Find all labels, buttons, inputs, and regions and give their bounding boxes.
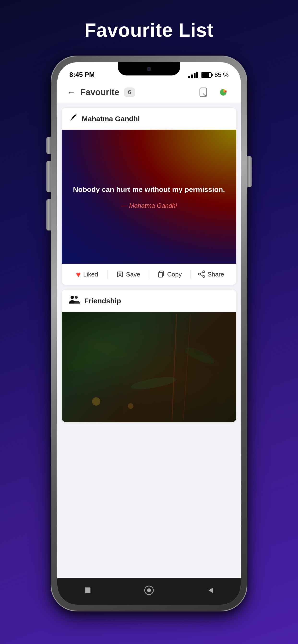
signal-bar-3 xyxy=(194,73,196,78)
battery-percent: 85 % xyxy=(215,71,229,78)
save-icon xyxy=(116,270,123,279)
svg-point-19 xyxy=(128,403,133,409)
copy-label: Copy xyxy=(167,271,182,278)
people-svg xyxy=(68,295,80,304)
save-button[interactable]: Save xyxy=(108,270,149,279)
triangle-icon xyxy=(206,586,215,595)
quote-overlay: Nobody can hurt me without my permission… xyxy=(62,130,236,264)
feather-svg xyxy=(68,113,77,122)
signal-bars xyxy=(188,72,198,78)
home-indicator-button[interactable] xyxy=(143,584,155,596)
heart-icon: ♥ xyxy=(76,270,81,279)
svg-point-14 xyxy=(130,375,177,392)
status-right: 85 % xyxy=(188,71,229,78)
nature-svg xyxy=(62,312,236,422)
square-icon xyxy=(83,586,92,595)
phone-tap-icon xyxy=(199,87,209,98)
battery-icon xyxy=(201,72,212,78)
feather-icon xyxy=(68,113,77,124)
svg-line-16 xyxy=(172,314,177,420)
svg-point-22 xyxy=(147,588,151,592)
back-button-nav[interactable] xyxy=(206,586,215,595)
svg-point-18 xyxy=(92,397,100,406)
phone-screen: 8:45 PM 85 % ← Favourite 6 xyxy=(57,62,241,605)
chart-icon-button[interactable] xyxy=(216,84,231,100)
svg-rect-4 xyxy=(159,272,163,277)
circle-icon xyxy=(143,584,155,596)
liked-button[interactable]: ♥ Liked xyxy=(66,270,107,279)
nav-title: Favourite xyxy=(80,87,119,97)
copy-button[interactable]: Copy xyxy=(149,270,190,279)
share-button[interactable]: Share xyxy=(191,270,232,279)
signal-bar-4 xyxy=(196,72,198,78)
card-header-friendship: Friendship xyxy=(62,290,236,312)
signal-bar-1 xyxy=(188,76,190,78)
share-label: Share xyxy=(208,271,224,278)
bottom-nav xyxy=(57,578,241,605)
quote-image-gandhi: Nobody can hurt me without my permission… xyxy=(62,130,236,264)
svg-rect-20 xyxy=(85,588,90,593)
quote-card-friendship: Friendship xyxy=(62,290,236,422)
svg-point-6 xyxy=(198,273,200,275)
share-icon xyxy=(198,270,205,279)
nav-icons xyxy=(197,84,231,100)
liked-label: Liked xyxy=(83,271,98,278)
phone-frame: 8:45 PM 85 % ← Favourite 6 xyxy=(51,56,247,612)
card-header-gandhi: Mahatma Gandhi xyxy=(62,108,236,130)
quote-attribution: — Mahatma Gandhi xyxy=(121,202,177,210)
svg-point-11 xyxy=(75,296,78,299)
author-gandhi: Mahatma Gandhi xyxy=(82,115,140,123)
action-bar-gandhi: ♥ Liked Save xyxy=(62,264,236,285)
back-button[interactable]: ← xyxy=(67,87,76,97)
svg-marker-23 xyxy=(209,588,213,593)
signal-bar-2 xyxy=(191,74,193,78)
people-icon xyxy=(68,295,80,307)
nav-bar: ← Favourite 6 xyxy=(57,82,241,103)
svg-point-10 xyxy=(71,296,74,299)
side-button-mute xyxy=(46,137,51,154)
side-button-volume-down xyxy=(46,199,51,230)
quote-card-gandhi: Mahatma Gandhi Nobody can hurt me withou… xyxy=(62,108,236,285)
svg-line-8 xyxy=(200,272,203,274)
save-label: Save xyxy=(126,271,140,278)
notch xyxy=(118,62,180,76)
svg-point-1 xyxy=(205,95,207,97)
scroll-content: Mahatma Gandhi Nobody can hurt me withou… xyxy=(57,103,241,578)
svg-point-5 xyxy=(203,271,205,273)
quote-text: Nobody can hurt me without my permission… xyxy=(73,184,225,195)
page-title: Favourite List xyxy=(84,19,214,41)
copy-icon xyxy=(158,270,165,279)
side-button-volume-up xyxy=(46,161,51,192)
svg-point-7 xyxy=(203,276,205,278)
svg-line-17 xyxy=(184,314,191,420)
status-time: 8:45 PM xyxy=(69,71,95,78)
svg-line-9 xyxy=(200,274,203,276)
home-button[interactable] xyxy=(83,586,92,595)
pie-chart-icon xyxy=(217,87,229,98)
nav-badge: 6 xyxy=(124,88,135,97)
tap-icon-button[interactable] xyxy=(197,84,212,100)
friendship-image xyxy=(62,312,236,422)
author-friendship: Friendship xyxy=(84,297,121,305)
battery-fill xyxy=(202,73,209,77)
notch-camera xyxy=(147,67,151,71)
